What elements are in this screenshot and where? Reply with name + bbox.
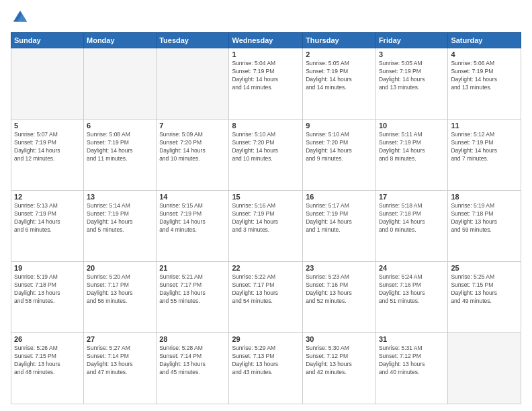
logo-icon	[11, 8, 30, 27]
day-cell: 8Sunrise: 5:10 AM Sunset: 7:20 PM Daylig…	[229, 120, 303, 191]
day-number: 1	[232, 50, 300, 58]
day-detail: Sunrise: 5:04 AM Sunset: 7:19 PM Dayligh…	[232, 60, 300, 92]
day-number: 12	[14, 193, 81, 201]
day-detail: Sunrise: 5:25 AM Sunset: 7:15 PM Dayligh…	[451, 273, 518, 306]
day-cell: 4Sunrise: 5:06 AM Sunset: 7:19 PM Daylig…	[448, 48, 521, 120]
day-number: 22	[232, 264, 300, 272]
day-number: 11	[451, 122, 518, 130]
day-cell: 9Sunrise: 5:10 AM Sunset: 7:20 PM Daylig…	[303, 120, 376, 191]
day-detail: Sunrise: 5:27 AM Sunset: 7:14 PM Dayligh…	[87, 345, 153, 377]
col-header-tuesday: Tuesday	[157, 33, 229, 48]
day-cell: 15Sunrise: 5:16 AM Sunset: 7:19 PM Dayli…	[229, 191, 303, 262]
page: SundayMondayTuesdayWednesdayThursdayFrid…	[0, 0, 532, 411]
header	[11, 8, 521, 27]
day-number: 31	[379, 335, 445, 343]
day-cell: 12Sunrise: 5:13 AM Sunset: 7:19 PM Dayli…	[11, 191, 84, 262]
day-detail: Sunrise: 5:21 AM Sunset: 7:17 PM Dayligh…	[159, 273, 226, 306]
day-number: 27	[87, 335, 153, 343]
day-detail: Sunrise: 5:22 AM Sunset: 7:17 PM Dayligh…	[232, 273, 300, 306]
day-number: 14	[159, 193, 226, 201]
day-detail: Sunrise: 5:07 AM Sunset: 7:19 PM Dayligh…	[14, 131, 81, 163]
day-detail: Sunrise: 5:30 AM Sunset: 7:12 PM Dayligh…	[306, 345, 373, 377]
day-number: 24	[379, 264, 445, 272]
day-number: 2	[306, 50, 373, 58]
day-number: 5	[14, 122, 81, 130]
day-cell	[157, 48, 229, 120]
day-detail: Sunrise: 5:13 AM Sunset: 7:19 PM Dayligh…	[14, 202, 81, 234]
col-header-friday: Friday	[375, 33, 447, 48]
day-number: 25	[451, 264, 518, 272]
day-cell: 6Sunrise: 5:08 AM Sunset: 7:19 PM Daylig…	[84, 120, 157, 191]
week-row-0: 1Sunrise: 5:04 AM Sunset: 7:19 PM Daylig…	[11, 48, 521, 120]
day-cell: 2Sunrise: 5:05 AM Sunset: 7:19 PM Daylig…	[303, 48, 376, 120]
day-number: 28	[159, 335, 226, 343]
day-cell: 26Sunrise: 5:26 AM Sunset: 7:15 PM Dayli…	[11, 333, 84, 404]
calendar-table: SundayMondayTuesdayWednesdayThursdayFrid…	[11, 32, 521, 404]
day-number: 3	[379, 50, 445, 58]
day-number: 4	[451, 50, 518, 58]
day-detail: Sunrise: 5:05 AM Sunset: 7:19 PM Dayligh…	[379, 60, 445, 92]
header-row: SundayMondayTuesdayWednesdayThursdayFrid…	[11, 33, 521, 48]
day-number: 18	[451, 193, 518, 201]
day-cell	[84, 48, 157, 120]
day-cell: 11Sunrise: 5:12 AM Sunset: 7:19 PM Dayli…	[448, 120, 521, 191]
day-cell: 19Sunrise: 5:19 AM Sunset: 7:18 PM Dayli…	[11, 262, 84, 333]
day-detail: Sunrise: 5:08 AM Sunset: 7:19 PM Dayligh…	[87, 131, 153, 163]
day-detail: Sunrise: 5:20 AM Sunset: 7:17 PM Dayligh…	[87, 273, 153, 306]
day-cell: 31Sunrise: 5:31 AM Sunset: 7:12 PM Dayli…	[375, 333, 447, 404]
day-cell: 25Sunrise: 5:25 AM Sunset: 7:15 PM Dayli…	[448, 262, 521, 333]
day-cell: 22Sunrise: 5:22 AM Sunset: 7:17 PM Dayli…	[229, 262, 303, 333]
day-detail: Sunrise: 5:23 AM Sunset: 7:16 PM Dayligh…	[306, 273, 373, 306]
day-number: 23	[306, 264, 373, 272]
day-number: 9	[306, 122, 373, 130]
day-number: 10	[379, 122, 445, 130]
day-detail: Sunrise: 5:14 AM Sunset: 7:19 PM Dayligh…	[87, 202, 153, 234]
day-cell	[448, 333, 521, 404]
day-number: 20	[87, 264, 153, 272]
day-cell	[11, 48, 84, 120]
day-detail: Sunrise: 5:10 AM Sunset: 7:20 PM Dayligh…	[306, 131, 373, 163]
week-row-1: 5Sunrise: 5:07 AM Sunset: 7:19 PM Daylig…	[11, 120, 521, 191]
day-cell: 14Sunrise: 5:15 AM Sunset: 7:19 PM Dayli…	[157, 191, 229, 262]
day-detail: Sunrise: 5:19 AM Sunset: 7:18 PM Dayligh…	[451, 202, 518, 234]
col-header-monday: Monday	[84, 33, 157, 48]
day-cell: 20Sunrise: 5:20 AM Sunset: 7:17 PM Dayli…	[84, 262, 157, 333]
day-number: 19	[14, 264, 81, 272]
day-detail: Sunrise: 5:09 AM Sunset: 7:20 PM Dayligh…	[159, 131, 226, 163]
day-detail: Sunrise: 5:28 AM Sunset: 7:14 PM Dayligh…	[159, 345, 226, 377]
day-detail: Sunrise: 5:31 AM Sunset: 7:12 PM Dayligh…	[379, 345, 445, 377]
week-row-4: 26Sunrise: 5:26 AM Sunset: 7:15 PM Dayli…	[11, 333, 521, 404]
logo	[11, 8, 32, 27]
day-cell: 23Sunrise: 5:23 AM Sunset: 7:16 PM Dayli…	[303, 262, 376, 333]
day-detail: Sunrise: 5:16 AM Sunset: 7:19 PM Dayligh…	[232, 202, 300, 234]
day-cell: 7Sunrise: 5:09 AM Sunset: 7:20 PM Daylig…	[157, 120, 229, 191]
day-detail: Sunrise: 5:10 AM Sunset: 7:20 PM Dayligh…	[232, 131, 300, 163]
day-detail: Sunrise: 5:12 AM Sunset: 7:19 PM Dayligh…	[451, 131, 518, 163]
day-cell: 1Sunrise: 5:04 AM Sunset: 7:19 PM Daylig…	[229, 48, 303, 120]
day-cell: 13Sunrise: 5:14 AM Sunset: 7:19 PM Dayli…	[84, 191, 157, 262]
day-detail: Sunrise: 5:17 AM Sunset: 7:19 PM Dayligh…	[306, 202, 373, 234]
day-detail: Sunrise: 5:19 AM Sunset: 7:18 PM Dayligh…	[14, 273, 81, 306]
day-number: 6	[87, 122, 153, 130]
day-number: 7	[159, 122, 226, 130]
day-cell: 17Sunrise: 5:18 AM Sunset: 7:18 PM Dayli…	[375, 191, 447, 262]
day-detail: Sunrise: 5:06 AM Sunset: 7:19 PM Dayligh…	[451, 60, 518, 92]
day-number: 26	[14, 335, 81, 343]
day-number: 15	[232, 193, 300, 201]
day-detail: Sunrise: 5:18 AM Sunset: 7:18 PM Dayligh…	[379, 202, 445, 234]
day-detail: Sunrise: 5:15 AM Sunset: 7:19 PM Dayligh…	[159, 202, 226, 234]
day-number: 30	[306, 335, 373, 343]
col-header-sunday: Sunday	[11, 33, 84, 48]
day-number: 29	[232, 335, 300, 343]
day-cell: 29Sunrise: 5:29 AM Sunset: 7:13 PM Dayli…	[229, 333, 303, 404]
week-row-3: 19Sunrise: 5:19 AM Sunset: 7:18 PM Dayli…	[11, 262, 521, 333]
day-number: 17	[379, 193, 445, 201]
day-number: 16	[306, 193, 373, 201]
day-cell: 21Sunrise: 5:21 AM Sunset: 7:17 PM Dayli…	[157, 262, 229, 333]
day-number: 8	[232, 122, 300, 130]
day-detail: Sunrise: 5:29 AM Sunset: 7:13 PM Dayligh…	[232, 345, 300, 377]
day-detail: Sunrise: 5:26 AM Sunset: 7:15 PM Dayligh…	[14, 345, 81, 377]
day-cell: 16Sunrise: 5:17 AM Sunset: 7:19 PM Dayli…	[303, 191, 376, 262]
day-detail: Sunrise: 5:05 AM Sunset: 7:19 PM Dayligh…	[306, 60, 373, 92]
col-header-saturday: Saturday	[448, 33, 521, 48]
